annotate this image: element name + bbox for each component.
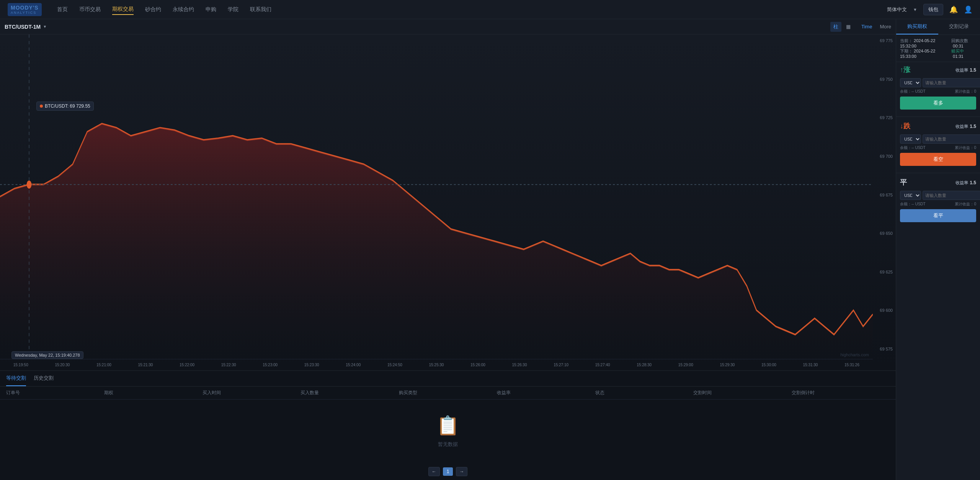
flat-buy-button[interactable]: 看平 xyxy=(900,209,976,222)
up-amount-input[interactable] xyxy=(923,78,980,87)
x-label-11: 15:26:00 xyxy=(470,363,485,367)
x-label-3: 15:21:30 xyxy=(138,363,153,367)
x-label-19: 15:31:30 xyxy=(803,363,818,367)
wallet-button[interactable]: 钱包 xyxy=(923,4,943,15)
chart-x-labels: 15:19:50 15:20:30 15:21:00 15:21:30 15:2… xyxy=(0,359,873,370)
x-label-0: 15:19:50 xyxy=(13,363,28,367)
chart-type-bar[interactable]: 柱 xyxy=(830,22,841,32)
flat-direction-icon: 平 xyxy=(900,178,907,187)
header-right: 简体中文 ▼ 钱包 🔔 👤 xyxy=(887,4,972,15)
lang-button[interactable]: 简体中文 xyxy=(887,6,907,13)
pair-label: BTC/USDT-1M xyxy=(5,24,41,30)
page-prev[interactable]: ← xyxy=(428,467,440,476)
up-section-title: ↑涨 收益率 1.5 xyxy=(896,62,980,76)
next-label: 下期： 2024-05-22 15:33:00 xyxy=(900,48,944,59)
more-button[interactable]: More xyxy=(880,24,891,29)
tab-waiting[interactable]: 等待交割 xyxy=(6,371,26,386)
x-label-15: 15:28:30 xyxy=(637,363,652,367)
down-section-title: ↓跌 收益率 1.5 xyxy=(896,118,980,132)
current-label: 当前： 2024-05-22 15:32:00 xyxy=(900,38,944,48)
up-profit: 累计收益：0 xyxy=(955,89,976,94)
col-buy-time: 买入时间 xyxy=(203,390,301,396)
x-label-8: 15:24:00 xyxy=(346,363,361,367)
col-option: 期权 xyxy=(104,390,202,396)
chart-section: BTC/USDT-1M ▼ 柱 ▦ Time More xyxy=(0,19,896,480)
chart-type-buttons: 柱 ▦ xyxy=(830,22,854,32)
tab-buy-options[interactable]: 购买期权 xyxy=(896,19,938,34)
x-label-13: 15:27:10 xyxy=(554,363,568,367)
pair-dropdown-icon: ▼ xyxy=(43,25,47,29)
user-icon[interactable]: 👤 xyxy=(964,5,972,14)
tab-history[interactable]: 历史交割 xyxy=(34,371,54,386)
nav-spot[interactable]: 币币交易 xyxy=(79,5,101,15)
pagination: ← 1 → xyxy=(0,463,896,480)
logo[interactable]: MOODY'S ANALYTICS xyxy=(8,3,42,16)
flat-trade-form: USDT USDT 余额：-- USDT 累计收益：0 看平 xyxy=(896,188,980,228)
down-balance: 余额：-- USDT xyxy=(900,145,926,151)
page-next[interactable]: → xyxy=(456,467,467,476)
empty-text: 暂无数据 xyxy=(438,441,458,448)
y-label-6: 69 625 xyxy=(880,270,893,274)
tooltip-dot xyxy=(40,105,43,108)
table-header: 订单号 期权 买入时间 买入数量 购买类型 收益率 状态 交割时间 交割倒计时 xyxy=(0,387,896,400)
svg-point-3 xyxy=(27,180,32,188)
col-status: 状态 xyxy=(595,390,693,396)
flat-amount-input[interactable] xyxy=(923,191,980,200)
status-info: 赎买中 01:31 xyxy=(951,48,976,59)
page-current[interactable]: 1 xyxy=(443,467,453,476)
crosshair-label: Wednesday, May 22, 15:19:40.278 xyxy=(11,351,83,359)
pair-selector[interactable]: BTC/USDT-1M ▼ xyxy=(5,24,47,30)
x-label-18: 15:30:00 xyxy=(761,363,776,367)
panel-current-info: 当前： 2024-05-22 15:32:00 下期： 2024-05-22 1… xyxy=(896,35,980,62)
y-label-5: 69 650 xyxy=(880,231,893,236)
col-settle-time: 交割时间 xyxy=(693,390,791,396)
x-label-9: 15:24:50 xyxy=(387,363,402,367)
nav-options[interactable]: 期权交易 xyxy=(112,4,134,15)
flat-section-title: 平 收益率 1.5 xyxy=(896,175,980,188)
logo-text-analytics: ANALYTICS xyxy=(11,11,39,15)
up-buy-button[interactable]: 看多 xyxy=(900,97,976,110)
chart-y-labels: 69 775 69 750 69 725 69 700 69 675 69 65… xyxy=(880,34,893,355)
chart-watermark: highcharts.com xyxy=(840,352,869,357)
down-currency-select[interactable]: USDT xyxy=(900,134,921,144)
bottom-section: 等待交割 历史交割 订单号 期权 买入时间 买入数量 购买类型 收益率 状态 交… xyxy=(0,370,896,480)
nav-home[interactable]: 首页 xyxy=(57,5,68,15)
y-label-7: 69 600 xyxy=(880,308,893,313)
up-currency-select[interactable]: USDT xyxy=(900,78,921,87)
chart-toolbar: BTC/USDT-1M ▼ 柱 ▦ Time More xyxy=(0,19,896,34)
right-panel: 购买期权 交割记录 当前： 2024-05-22 15:32:00 下期： 20… xyxy=(896,19,980,480)
nav-academy[interactable]: 学院 xyxy=(228,5,238,15)
y-label-0: 69 775 xyxy=(880,38,893,43)
bell-icon[interactable]: 🔔 xyxy=(949,5,958,14)
x-label-20: 15:31:26 xyxy=(844,363,859,367)
chart-type-candlestick[interactable]: ▦ xyxy=(843,22,854,31)
x-label-10: 15:25:30 xyxy=(429,363,444,367)
nav: 首页 币币交易 期权交易 砂合约 永续合约 申购 学院 联系我们 xyxy=(57,4,887,15)
panel-tabs: 购买期权 交割记录 xyxy=(896,19,980,35)
x-label-4: 15:22:00 xyxy=(180,363,194,367)
nav-futures[interactable]: 永续合约 xyxy=(173,5,194,15)
nav-ipo[interactable]: 申购 xyxy=(206,5,216,15)
round-info: 回购次数 00:31 xyxy=(951,38,976,48)
y-label-2: 69 725 xyxy=(880,115,893,120)
down-profit: 累计收益：0 xyxy=(955,145,976,151)
tooltip-text: BTC/USDT: 69 729.55 xyxy=(45,103,90,109)
y-label-1: 69 750 xyxy=(880,77,893,82)
up-balance: 余额：-- USDT xyxy=(900,89,926,94)
nav-contact[interactable]: 联系我们 xyxy=(250,5,271,15)
flat-currency-select[interactable]: USDT xyxy=(900,191,921,200)
down-amount-input[interactable] xyxy=(923,134,980,144)
time-button[interactable]: Time xyxy=(858,22,875,31)
x-label-1: 15:20:30 xyxy=(55,363,70,367)
chart-container: BTC/USDT: 69 729.55 Wednesday, May 22, 1… xyxy=(0,34,896,370)
svg-marker-0 xyxy=(0,124,873,359)
nav-margin[interactable]: 砂合约 xyxy=(145,5,161,15)
up-trade-form: USDT USDT 余额：-- USDT 累计收益：0 看多 xyxy=(896,76,980,115)
chart-svg xyxy=(0,34,873,359)
col-buy-amount: 买入数量 xyxy=(301,390,399,396)
y-label-8: 69 575 xyxy=(880,347,893,351)
col-yield: 收益率 xyxy=(497,390,595,396)
tab-delivery-records[interactable]: 交割记录 xyxy=(938,19,980,34)
x-label-2: 15:21:00 xyxy=(96,363,111,367)
down-buy-button[interactable]: 看空 xyxy=(900,153,976,166)
